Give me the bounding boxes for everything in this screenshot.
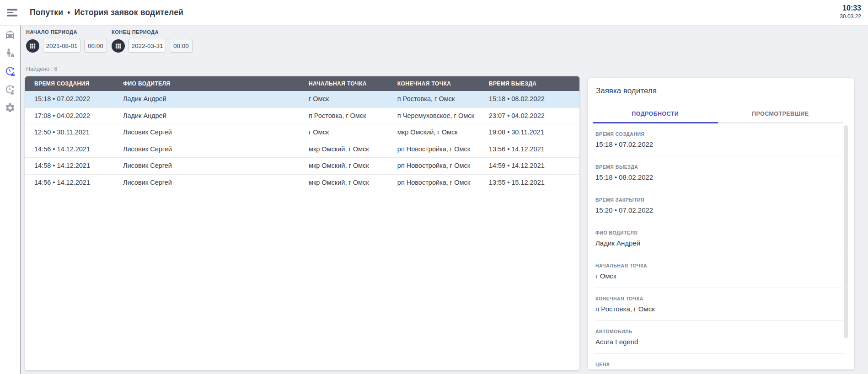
panel-scrollbar[interactable] bbox=[844, 125, 848, 338]
period-end-label: КОНЕЦ ПЕРИОДА bbox=[112, 29, 193, 35]
table-cell: Ладик Андрей bbox=[114, 91, 300, 107]
table-cell: 14:58 • 14.12.2021 bbox=[25, 158, 114, 175]
tab-details[interactable]: ПОДРОБНОСТИ bbox=[593, 106, 718, 123]
table-cell: Лисовик Сергей bbox=[114, 141, 300, 158]
period-start-filter: НАЧАЛО ПЕРИОДА bbox=[26, 29, 107, 53]
menu-icon[interactable] bbox=[7, 7, 17, 18]
clock: 10:33 30.03.22 bbox=[840, 4, 861, 20]
table-row[interactable]: 15:18 • 07.02.2022Ладик Андрейг Омскп Ро… bbox=[25, 91, 579, 107]
field-value: 15:18 • 08.02.2022 bbox=[595, 173, 843, 182]
field-value: 15:18 • 07.02.2022 bbox=[595, 140, 843, 149]
breadcrumb-page: История заявок водителей bbox=[75, 8, 183, 17]
panel-fields: ВРЕМЯ СОЗДАНИЯ15:18 • 07.02.2022ВРЕМЯ ВЫ… bbox=[595, 123, 843, 369]
column-header: ВРЕМЯ СОЗДАНИЯ bbox=[25, 76, 114, 91]
start-time-input[interactable] bbox=[84, 39, 107, 53]
field-label: ВРЕМЯ ЗАКРЫТИЯ bbox=[595, 197, 843, 203]
panel-tabs: ПОДРОБНОСТИПРОСМОТРЕВШИЕ bbox=[593, 106, 843, 123]
detail-field: АВТОМОБИЛЬAcura Legend bbox=[595, 321, 843, 354]
column-header: ВРЕМЯ ВЫЕЗДА bbox=[480, 76, 579, 91]
table-cell: г Омск bbox=[300, 91, 388, 107]
table-cell: Лисовик Сергей bbox=[114, 158, 300, 175]
field-label: ВРЕМЯ ВЫЕЗДА bbox=[595, 164, 843, 170]
start-calendar-button[interactable] bbox=[26, 39, 39, 53]
detail-field: НАЧАЛЬНАЯ ТОЧКАг Омск bbox=[595, 255, 843, 288]
table-cell: Лисовик Сергей bbox=[114, 174, 300, 191]
table-row[interactable]: 14:56 • 14.12.2021Лисовик Сергеймкр Омск… bbox=[25, 141, 579, 158]
requests-table-card: ВРЕМЯ СОЗДАНИЯФИО ВОДИТЕЛЯНАЧАЛЬНАЯ ТОЧК… bbox=[25, 76, 579, 370]
calendar-grid-icon bbox=[115, 43, 122, 49]
table-cell: 19:08 • 30.11.2021 bbox=[480, 124, 579, 141]
gear-icon bbox=[5, 102, 16, 113]
sidebar-item-driver-requests-history[interactable] bbox=[0, 62, 21, 80]
panel-title: Заявка водителя bbox=[596, 86, 854, 96]
calendar-grid-icon bbox=[29, 43, 36, 49]
menu-bar bbox=[7, 12, 13, 14]
sidebar bbox=[0, 26, 21, 374]
sidebar-item-settings[interactable] bbox=[0, 99, 21, 117]
sidebar-item-passengers[interactable] bbox=[0, 44, 21, 62]
field-label: КОНЕЧНАЯ ТОЧКА bbox=[595, 296, 843, 301]
car-icon bbox=[5, 29, 16, 40]
requests-table: ВРЕМЯ СОЗДАНИЯФИО ВОДИТЕЛЯНАЧАЛЬНАЯ ТОЧК… bbox=[25, 76, 579, 191]
field-label: НАЧАЛЬНАЯ ТОЧКА bbox=[595, 263, 843, 268]
car-history-icon bbox=[5, 66, 16, 77]
table-cell: мкр Омский, г Омск bbox=[300, 158, 388, 175]
detail-field: ВРЕМЯ ВЫЕЗДА15:18 • 08.02.2022 bbox=[595, 156, 843, 189]
table-cell: 12:50 • 30.11.2021 bbox=[25, 124, 114, 141]
clock-date: 30.03.22 bbox=[840, 13, 861, 20]
table-cell: 14:56 • 14.12.2021 bbox=[25, 174, 114, 191]
field-value: г Омск bbox=[595, 272, 843, 280]
column-header: ФИО ВОДИТЕЛЯ bbox=[114, 76, 300, 91]
field-label: ЦЕНА bbox=[595, 362, 843, 367]
table-cell: рп Новостройка, г Омск bbox=[388, 174, 480, 191]
table-row[interactable]: 17:08 • 04.02.2022Ладик Андрейп Ростовка… bbox=[25, 107, 579, 124]
period-start-label: НАЧАЛО ПЕРИОДА bbox=[26, 29, 107, 35]
table-cell: 13:55 • 15.12.2021 bbox=[480, 174, 579, 191]
column-header: КОНЕЧНАЯ ТОЧКА bbox=[388, 76, 480, 91]
breadcrumb-separator: • bbox=[67, 8, 70, 17]
detail-field: ВРЕМЯ СОЗДАНИЯ15:18 • 07.02.2022 bbox=[595, 123, 843, 156]
table-cell: мкр Омский, г Омск bbox=[300, 141, 388, 158]
top-bar: Попутки • История заявок водителей 10:33… bbox=[0, 0, 868, 26]
table-cell: п Черемуховское, г Омск bbox=[388, 107, 480, 124]
table-cell: г Омск bbox=[300, 124, 388, 141]
detail-field: ЦЕНА bbox=[595, 354, 843, 369]
end-date-input[interactable] bbox=[129, 39, 166, 53]
field-value: Acura Legend bbox=[595, 338, 843, 346]
table-cell: 23:07 • 04.02.2022 bbox=[480, 107, 579, 124]
sidebar-item-trips[interactable] bbox=[0, 26, 21, 44]
passenger-history-icon bbox=[5, 84, 16, 95]
sidebar-item-passenger-requests-history[interactable] bbox=[0, 80, 21, 99]
page-title: Попутки • История заявок водителей bbox=[30, 8, 183, 17]
app-root: Попутки • История заявок водителей 10:33… bbox=[0, 0, 868, 374]
tab-viewers[interactable]: ПРОСМОТРЕВШИЕ bbox=[718, 106, 843, 123]
table-cell: Лисовик Сергей bbox=[114, 124, 300, 141]
field-value: п Ростовка, г Омск bbox=[595, 305, 843, 313]
field-value: Ладик Андрей bbox=[595, 239, 843, 247]
menu-bar bbox=[7, 9, 17, 11]
menu-bar bbox=[7, 15, 17, 16]
column-header: НАЧАЛЬНАЯ ТОЧКА bbox=[300, 76, 388, 91]
passenger-icon bbox=[5, 48, 16, 59]
breadcrumb-section: Попутки bbox=[30, 8, 63, 17]
field-label: ФИО ВОДИТЕЛЯ bbox=[595, 230, 843, 235]
start-date-input[interactable] bbox=[43, 39, 80, 53]
table-row[interactable]: 14:56 • 14.12.2021Лисовик Сергеймкр Омск… bbox=[25, 174, 579, 191]
table-cell: 15:18 • 08.02.2022 bbox=[480, 91, 579, 107]
field-label: АВТОМОБИЛЬ bbox=[595, 329, 843, 334]
table-body: 15:18 • 07.02.2022Ладик Андрейг Омскп Ро… bbox=[25, 91, 579, 191]
table-cell: рп Новостройка, г Омск bbox=[388, 141, 480, 158]
table-row[interactable]: 14:58 • 14.12.2021Лисовик Сергеймкр Омск… bbox=[25, 158, 579, 175]
clock-time: 10:33 bbox=[840, 4, 861, 12]
table-cell: 14:56 • 14.12.2021 bbox=[25, 141, 114, 158]
end-calendar-button[interactable] bbox=[112, 39, 125, 53]
table-header-row: ВРЕМЯ СОЗДАНИЯФИО ВОДИТЕЛЯНАЧАЛЬНАЯ ТОЧК… bbox=[25, 76, 579, 91]
table-cell: Ладик Андрей bbox=[114, 107, 300, 124]
end-time-input[interactable] bbox=[170, 39, 193, 53]
table-cell: мкр Омский, г Омск bbox=[300, 174, 388, 191]
table-cell: мкр Омский, г Омск bbox=[388, 124, 480, 141]
table-row[interactable]: 12:50 • 30.11.2021Лисовик Сергейг Омскмк… bbox=[25, 124, 579, 141]
field-label: ВРЕМЯ СОЗДАНИЯ bbox=[595, 131, 843, 137]
table-cell: 15:18 • 07.02.2022 bbox=[25, 91, 114, 107]
field-value: 15:20 • 07.02.2022 bbox=[595, 206, 843, 214]
